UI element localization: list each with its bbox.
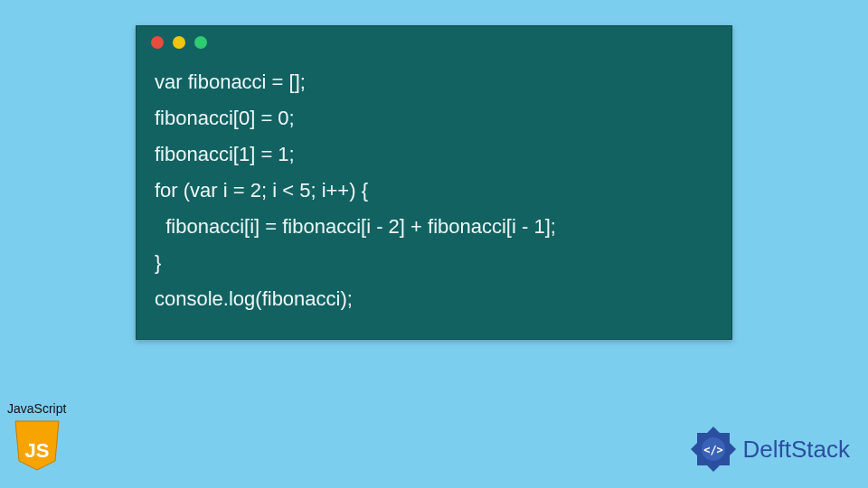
delftstack-logo: </> DelftStack [689,425,851,474]
code-line: for (var i = 2; i < 5; i++) { [155,173,713,209]
javascript-shield-icon: JS [14,419,61,472]
delftstack-text: DelftStack [743,436,851,464]
svg-text:</>: </> [703,444,723,456]
javascript-label: JavaScript [7,401,66,416]
code-line: fibonacci[i] = fibonacci[i - 2] + fibona… [155,209,713,245]
delftstack-emblem-icon: </> [689,425,738,474]
code-line: fibonacci[0] = 0; [155,100,713,136]
maximize-icon[interactable] [194,36,207,49]
code-window: var fibonacci = []; fibonacci[0] = 0; fi… [136,25,732,340]
close-icon[interactable] [151,36,164,49]
window-titlebar [137,26,731,59]
code-line: fibonacci[1] = 1; [155,136,713,173]
code-line: var fibonacci = []; [155,64,713,100]
javascript-badge: JavaScript JS [7,401,66,472]
js-shield-text: JS [24,439,49,462]
code-line: } [155,245,713,281]
minimize-icon[interactable] [173,36,185,49]
code-line: console.log(fibonacci); [155,281,713,317]
code-body: var fibonacci = []; fibonacci[0] = 0; fi… [137,59,731,339]
